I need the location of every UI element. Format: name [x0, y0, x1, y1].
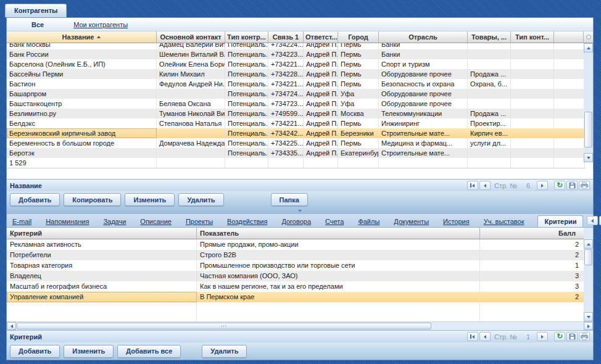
column-header-indicator[interactable]: Показатель	[197, 228, 480, 239]
criteria-row[interactable]: Управление компанией В Пермском крае 2	[7, 292, 585, 302]
filter-all[interactable]: Все	[31, 21, 44, 28]
scroll-up-button[interactable]	[584, 43, 593, 52]
vertical-scrollbar[interactable]	[584, 228, 593, 321]
cell-contact-type	[511, 99, 554, 109]
cell-contact-type	[511, 109, 554, 118]
first-page-button[interactable]	[467, 332, 478, 341]
column-header[interactable]: Тип контр...	[225, 31, 268, 43]
table-row[interactable]: Березниковский кирпичный завод Потенциал…	[7, 128, 585, 138]
table-row[interactable]: Банк России Шемелин Виталий Вл... Потенц…	[7, 49, 585, 59]
table-row[interactable]: Башстанкоцентр Беляева Оксана Потенциаль…	[7, 99, 585, 109]
folder-button[interactable]: Папка	[271, 193, 308, 206]
table-row[interactable]: Бастион Федулов Андрей Ни... Потенциаль.…	[7, 79, 585, 89]
tab-kontragenty[interactable]: Контрагенты	[5, 4, 67, 17]
criteria-row[interactable]: Масштаб и география бизнеса Как в нашем …	[7, 281, 585, 292]
criteria-row[interactable]: Владелец Частная компания (ООО, ЗАО) 3	[7, 271, 585, 281]
save-button[interactable]	[566, 181, 578, 190]
prev-page-button[interactable]	[479, 181, 491, 190]
tab-scroll-left-button[interactable]	[587, 216, 598, 225]
table-row[interactable]: Беротэк Потенциаль... +734335... Андрей …	[7, 148, 585, 158]
detail-tab[interactable]: Уч. выставок	[483, 216, 525, 227]
detail-tab[interactable]: Напоминания	[45, 216, 89, 227]
column-header[interactable]: Ответст...	[304, 31, 338, 43]
column-header[interactable]: Товары, ...	[468, 31, 511, 43]
criteria-row[interactable]: Рекламная активность Прямые продажи, про…	[7, 239, 585, 250]
add-button[interactable]: Добавить	[10, 193, 60, 206]
criteria-row[interactable]: Товарная категория Промышленное производ…	[7, 260, 585, 271]
add-all-button[interactable]: Добавить все	[117, 345, 181, 358]
scroll-left-button[interactable]	[7, 322, 16, 330]
save-button[interactable]	[566, 332, 578, 341]
column-header[interactable]: Тип конт...	[511, 31, 554, 43]
cell-phone: +734223...	[268, 49, 304, 59]
cell-phone: +734225...	[268, 138, 304, 148]
cell-filler	[554, 43, 585, 49]
scroll-up-button[interactable]	[584, 239, 593, 249]
cell-type: Потенциаль...	[225, 99, 268, 109]
detail-tab[interactable]: Документы	[393, 216, 429, 227]
cell-filler	[554, 89, 585, 99]
column-header-criterion[interactable]: Критерий	[7, 228, 197, 239]
table-row[interactable]: Башарпром Потенциаль... +734724... Андре…	[7, 89, 585, 99]
delete-button[interactable]: Удалить	[178, 193, 223, 206]
table-row[interactable]: Белдэкс Степанова Наталья Потенциаль... …	[7, 118, 585, 128]
column-header[interactable]: Отрасль	[379, 31, 468, 43]
column-header[interactable]: Город	[338, 31, 379, 43]
detail-tab[interactable]: E-mail	[12, 216, 32, 227]
detail-tab[interactable]: Файлы	[357, 216, 380, 227]
column-header[interactable]: Название	[7, 31, 157, 43]
detail-tab[interactable]: Договора	[281, 216, 312, 227]
refresh-button[interactable]: ↻	[554, 181, 565, 190]
horizontal-scrollbar[interactable]	[7, 321, 593, 330]
next-page-button[interactable]	[537, 332, 548, 341]
refresh-button[interactable]: ↻	[554, 332, 565, 341]
detail-tab[interactable]: Критерии	[537, 215, 583, 227]
detail-tab[interactable]: Счета	[325, 216, 344, 227]
detail-tab[interactable]: Проекты	[185, 216, 213, 227]
table-row[interactable]: Беременность в большом городе Домрачева …	[7, 138, 585, 148]
scroll-down-button[interactable]	[584, 312, 593, 321]
print-button[interactable]	[579, 332, 590, 341]
scrollbar-thumb[interactable]	[17, 323, 431, 329]
detail-tab[interactable]: История	[442, 216, 470, 227]
column-header[interactable]: Связь 1	[268, 31, 304, 43]
table-row[interactable]: Банк Москвы Адамец Валерий Вит... Потенц…	[7, 43, 585, 49]
scrollbar-thumb[interactable]	[584, 112, 592, 147]
cell-name: Барселона (Олейник Е.Б., ИП)	[7, 59, 157, 69]
column-chooser-button[interactable]	[584, 31, 593, 43]
cell-filler	[554, 118, 585, 128]
arrow-left-icon	[484, 335, 486, 339]
table-row[interactable]: Безлимитно.ру Туманов Николай Ви... Поте…	[7, 109, 585, 118]
column-header[interactable]: Основной контакт	[157, 31, 225, 43]
add-button[interactable]: Добавить	[10, 345, 60, 358]
scroll-right-button[interactable]	[584, 322, 593, 330]
cell-industry: Спорт и туризм	[379, 59, 468, 69]
detail-tab[interactable]: Воздействия	[226, 216, 268, 227]
cell-responsible: Андрей П...	[304, 118, 338, 128]
detail-tab[interactable]: Задачи	[102, 216, 126, 227]
delete-button[interactable]: Удалить	[202, 345, 247, 358]
cell-name: Березниковский кирпичный завод	[7, 128, 157, 138]
scroll-down-button[interactable]	[584, 153, 593, 162]
arrow-right-icon	[541, 184, 544, 188]
filter-my-counterparties-link[interactable]: Мои контрагенты	[73, 21, 128, 28]
scrollbar-thumb[interactable]	[584, 249, 592, 265]
cell-criterion: Рекламная активность	[7, 239, 197, 250]
next-page-button[interactable]	[537, 181, 548, 190]
first-page-button[interactable]	[467, 181, 478, 190]
page-number: 1	[521, 333, 536, 341]
table-row[interactable]: Барселона (Олейник Е.Б., ИП) Олейник Еле…	[7, 59, 585, 69]
print-button[interactable]	[579, 181, 590, 190]
edit-button[interactable]: Изменить	[64, 345, 114, 358]
vertical-scrollbar[interactable]	[584, 31, 593, 162]
arrow-left-icon	[10, 325, 13, 328]
cell-criterion: Товарная категория	[7, 260, 197, 271]
prev-page-button[interactable]	[479, 332, 491, 341]
copy-button[interactable]: Копировать	[64, 193, 121, 206]
column-header-score[interactable]: Балл	[480, 228, 585, 239]
detail-tab[interactable]: Описание	[139, 216, 172, 227]
table-row[interactable]: Бассейны Перми Килин Михаил Потенциаль..…	[7, 69, 585, 79]
edit-button[interactable]: Изменить	[125, 193, 175, 206]
panel-splitter[interactable]	[7, 208, 593, 214]
criteria-row[interactable]: Потребители Строго B2B 2	[7, 250, 585, 260]
